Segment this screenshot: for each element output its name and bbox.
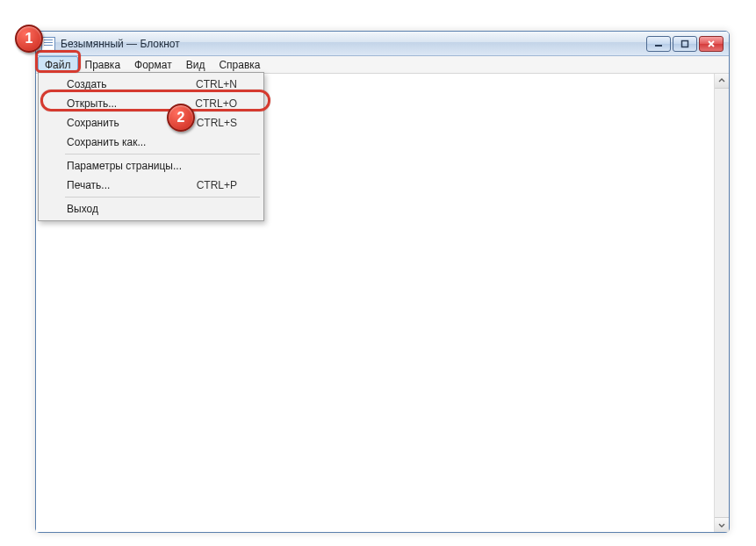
chevron-down-icon bbox=[718, 521, 725, 528]
menu-item-label: Сохранить bbox=[67, 117, 197, 129]
vertical-scrollbar[interactable] bbox=[714, 74, 729, 532]
menu-item-shortcut: CTRL+O bbox=[195, 97, 237, 110]
menu-separator bbox=[65, 154, 260, 154]
svg-rect-1 bbox=[682, 40, 688, 47]
scroll-down-button[interactable] bbox=[715, 517, 729, 532]
menu-item-save[interactable]: Сохранить CTRL+S bbox=[40, 113, 262, 133]
menu-item-shortcut: CTRL+P bbox=[197, 179, 237, 191]
menu-separator bbox=[65, 197, 260, 198]
menu-help[interactable]: Справка bbox=[212, 56, 267, 73]
window-title: Безымянный — Блокнот bbox=[61, 38, 180, 50]
maximize-button[interactable] bbox=[673, 36, 697, 52]
menu-item-label: Выход bbox=[67, 203, 237, 215]
close-button[interactable] bbox=[699, 36, 724, 52]
minimize-icon bbox=[654, 40, 663, 48]
menu-item-pagesetup[interactable]: Параметры страницы... bbox=[40, 156, 262, 176]
menu-edit[interactable]: Правка bbox=[78, 56, 128, 73]
app-icon bbox=[41, 37, 55, 51]
menu-item-print[interactable]: Печать... CTRL+P bbox=[40, 176, 262, 195]
chevron-up-icon bbox=[718, 77, 725, 84]
menu-item-new[interactable]: Создать CTRL+N bbox=[40, 75, 262, 94]
menu-item-shortcut: CTRL+S bbox=[197, 117, 237, 129]
menu-file[interactable]: Файл bbox=[38, 56, 78, 73]
menu-item-exit[interactable]: Выход bbox=[40, 199, 262, 219]
menu-format[interactable]: Формат bbox=[127, 56, 179, 73]
menu-item-saveas[interactable]: Сохранить как... bbox=[40, 133, 262, 152]
maximize-icon bbox=[680, 40, 689, 48]
scroll-up-button[interactable] bbox=[715, 74, 729, 89]
menu-item-label: Создать bbox=[67, 78, 196, 90]
titlebar[interactable]: Безымянный — Блокнот bbox=[36, 32, 729, 56]
menu-item-open[interactable]: Открыть... CTRL+O bbox=[40, 94, 262, 113]
menu-view[interactable]: Вид bbox=[179, 56, 212, 73]
menu-item-label: Открыть... bbox=[67, 97, 195, 110]
window-controls bbox=[646, 36, 724, 52]
menu-item-label: Сохранить как... bbox=[67, 136, 237, 148]
menu-item-label: Параметры страницы... bbox=[67, 160, 237, 172]
minimize-button[interactable] bbox=[646, 36, 671, 52]
menu-item-label: Печать... bbox=[67, 179, 197, 191]
menu-item-shortcut: CTRL+N bbox=[196, 78, 237, 90]
close-icon bbox=[707, 40, 716, 48]
menubar: Файл Правка Формат Вид Справка bbox=[36, 56, 729, 74]
file-dropdown: Создать CTRL+N Открыть... CTRL+O Сохрани… bbox=[38, 72, 264, 221]
